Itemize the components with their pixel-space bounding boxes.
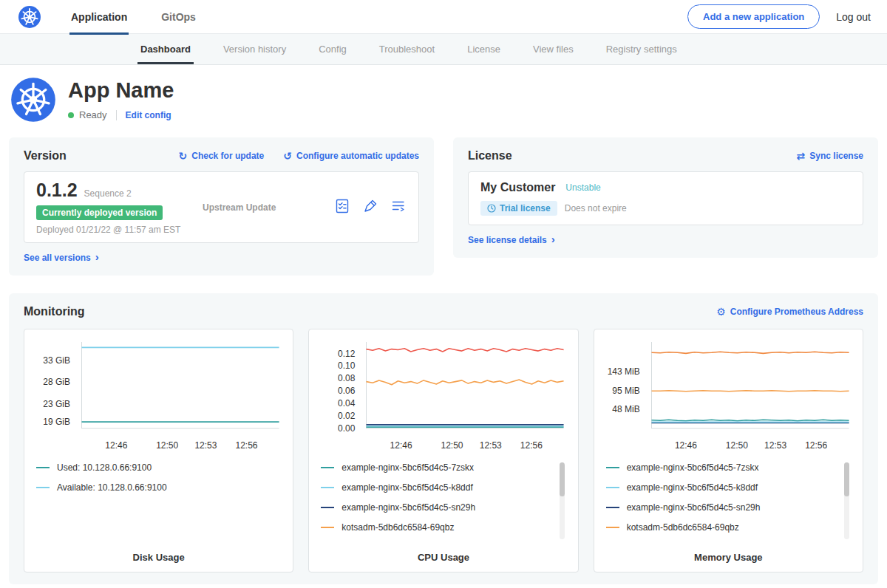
legend-item: Used: 10.128.0.66:9100 xyxy=(36,462,269,473)
disk-y-axis: 33 GiB 28 GiB 23 GiB 19 GiB xyxy=(36,339,78,452)
series-color-dash xyxy=(321,507,334,508)
subnav-tab-version-history[interactable]: Version history xyxy=(207,34,302,64)
cpu-legend: example-nginx-5bc6f5d4c5-7zskx example-n… xyxy=(321,462,565,542)
disk-x-axis: 12:46 12:50 12:53 12:56 xyxy=(78,439,281,452)
nav-tab-application[interactable]: Application xyxy=(69,0,129,34)
subnav-tab-dashboard[interactable]: Dashboard xyxy=(124,34,207,64)
cpu-x-axis: 12:46 12:50 12:53 12:56 xyxy=(362,439,565,452)
config-diff-icon[interactable] xyxy=(362,198,378,217)
version-sequence: Sequence 2 xyxy=(84,188,132,199)
license-card-title: License xyxy=(468,149,512,163)
deployed-timestamp: Deployed 01/21/22 @ 11:57 am EST xyxy=(36,225,203,235)
subnav-tab-registry-settings[interactable]: Registry settings xyxy=(590,34,693,64)
kubernetes-logo-icon xyxy=(18,5,41,29)
memory-usage-chart: 143 MiB 95 MiB 48 MiB 12:46 12:50 12:53 … xyxy=(594,329,863,572)
disk-usage-chart: 33 GiB 28 GiB 23 GiB 19 GiB 12:46 12:50 … xyxy=(24,329,293,572)
current-version-box: 0.1.2 Sequence 2 Currently deployed vers… xyxy=(24,171,419,243)
series-color-dash xyxy=(36,487,50,488)
add-application-button[interactable]: Add a new application xyxy=(687,4,820,29)
divider xyxy=(116,110,117,120)
cpu-plot-area xyxy=(362,339,565,437)
legend-item: example-nginx-5bc6f5d4c5-sn29h xyxy=(321,502,554,513)
disk-plot-area xyxy=(78,339,281,437)
page-title: App Name xyxy=(68,78,174,103)
legend-item: kotsadm-5db6dc6584-69qbz xyxy=(606,522,839,533)
summary-cards-row: Version ↻ Check for update ↺ Configure a… xyxy=(9,137,878,276)
monitoring-title: Monitoring xyxy=(24,305,85,318)
legend-scrollbar-thumb[interactable] xyxy=(560,462,565,496)
license-expiry-text: Does not expire xyxy=(565,203,627,213)
series-color-dash xyxy=(606,527,619,528)
legend-item: example-nginx-5bc6f5d4c5-7zskx xyxy=(606,462,839,473)
series-color-dash xyxy=(606,467,619,468)
memory-plot-area xyxy=(648,339,851,437)
see-license-details-link[interactable]: See license details › xyxy=(468,234,555,245)
check-for-update-link[interactable]: ↻ Check for update xyxy=(179,151,265,161)
sync-license-link[interactable]: ⇄ Sync license xyxy=(797,151,863,161)
legend-item: example-nginx-5bc6f5d4c5-k8ddf xyxy=(321,482,554,493)
version-number: 0.1.2 xyxy=(36,180,78,201)
subnav-tab-license[interactable]: License xyxy=(451,34,517,64)
memory-x-axis: 12:46 12:50 12:53 12:56 xyxy=(648,439,851,452)
app-header: App Name Ready Edit config xyxy=(0,65,887,133)
legend-item: Available: 10.128.0.66:9100 xyxy=(36,482,269,493)
gear-icon: ⚙ xyxy=(716,307,726,317)
preflight-checks-icon[interactable] xyxy=(334,198,350,217)
clock-icon xyxy=(487,204,496,213)
chevron-right-icon: › xyxy=(551,233,555,245)
refresh-icon: ↻ xyxy=(179,151,188,161)
version-card: Version ↻ Check for update ↺ Configure a… xyxy=(9,137,434,276)
legend-item: kotsadm-5db6dc6584-69qbz xyxy=(321,522,554,533)
license-channel: Unstable xyxy=(565,182,600,193)
memory-legend: example-nginx-5bc6f5d4c5-7zskx example-n… xyxy=(606,462,851,542)
ready-status-dot xyxy=(68,112,74,118)
nav-tab-gitops[interactable]: GitOps xyxy=(160,0,197,34)
trial-license-badge: Trial license xyxy=(480,201,557,216)
license-card: License ⇄ Sync license My Customer Unsta… xyxy=(453,137,878,258)
memory-chart-title: Memory Usage xyxy=(606,552,851,564)
series-color-dash xyxy=(606,507,619,508)
configure-automatic-updates-link[interactable]: ↺ Configure automatic updates xyxy=(283,151,419,161)
license-details-box: My Customer Unstable Trial license Does … xyxy=(468,171,863,225)
subnav-tab-config[interactable]: Config xyxy=(302,34,363,64)
subnav-tab-view-files[interactable]: View files xyxy=(517,34,590,64)
deployed-status-badge: Currently deployed version xyxy=(36,205,163,220)
series-color-dash xyxy=(36,467,50,468)
series-color-dash xyxy=(321,487,334,488)
legend-item: example-nginx-5bc6f5d4c5-k8ddf xyxy=(606,482,839,493)
see-all-versions-link[interactable]: See all versions › xyxy=(24,252,99,263)
chevron-right-icon: › xyxy=(95,251,99,262)
legend-item: example-nginx-5bc6f5d4c5-sn29h xyxy=(606,502,839,513)
series-color-dash xyxy=(321,467,334,468)
disk-legend: Used: 10.128.0.66:9100 Available: 10.128… xyxy=(36,462,281,502)
cpu-usage-chart: 0.12 0.10 0.08 0.06 0.04 0.02 0.00 12:46 xyxy=(308,329,578,572)
customer-name: My Customer xyxy=(480,181,555,194)
nav-tab-application-label: Application xyxy=(71,11,127,23)
cpu-y-axis: 0.12 0.10 0.08 0.06 0.04 0.02 0.00 xyxy=(321,339,362,452)
logout-button[interactable]: Log out xyxy=(836,11,871,23)
memory-y-axis: 143 MiB 95 MiB 48 MiB xyxy=(606,339,648,452)
release-notes-icon[interactable] xyxy=(390,198,407,217)
app-subnav: Dashboard Version history Config Trouble… xyxy=(0,34,887,65)
legend-scrollbar-thumb[interactable] xyxy=(844,462,849,496)
nav-tab-gitops-label: GitOps xyxy=(161,11,196,23)
edit-config-link[interactable]: Edit config xyxy=(126,110,171,120)
app-logo-icon xyxy=(10,77,56,123)
auto-update-icon: ↺ xyxy=(283,151,292,161)
configure-prometheus-link[interactable]: ⚙ Configure Prometheus Address xyxy=(716,307,863,317)
monitoring-card: Monitoring ⚙ Configure Prometheus Addres… xyxy=(9,293,878,584)
disk-chart-title: Disk Usage xyxy=(36,552,281,564)
version-card-title: Version xyxy=(24,149,67,163)
series-color-dash xyxy=(321,527,334,528)
app-status-text: Ready xyxy=(79,109,107,120)
cpu-chart-title: CPU Usage xyxy=(321,552,565,564)
subnav-tab-troubleshoot[interactable]: Troubleshoot xyxy=(363,34,451,64)
legend-item: example-nginx-5bc6f5d4c5-7zskx xyxy=(321,462,554,473)
top-navbar: Application GitOps Add a new application… xyxy=(0,0,887,34)
legend-scrollbar[interactable] xyxy=(560,462,565,539)
charts-row: 33 GiB 28 GiB 23 GiB 19 GiB 12:46 12:50 … xyxy=(24,329,863,572)
sync-arrows-icon: ⇄ xyxy=(797,151,806,161)
legend-scrollbar[interactable] xyxy=(844,462,849,539)
series-color-dash xyxy=(606,487,619,488)
upstream-update-label: Upstream Update xyxy=(203,202,276,213)
